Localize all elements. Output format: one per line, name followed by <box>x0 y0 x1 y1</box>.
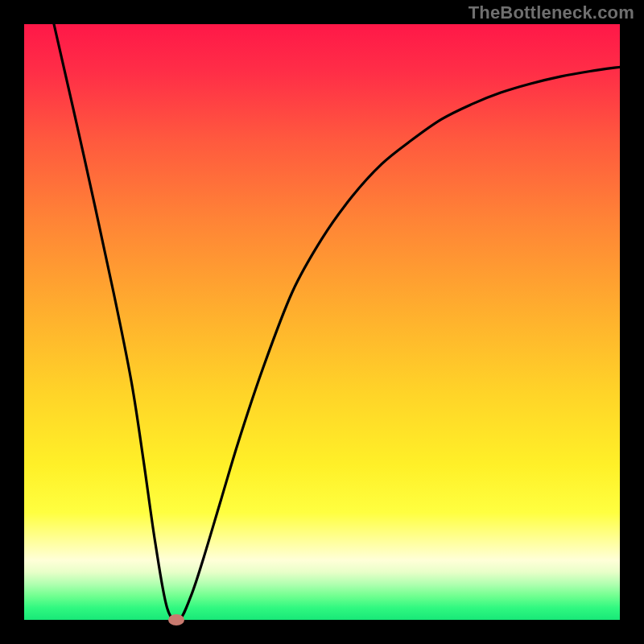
curve-svg <box>24 24 620 620</box>
chart-frame: { "watermark": "TheBottleneck.com", "col… <box>0 0 644 644</box>
plot-area <box>24 24 620 620</box>
watermark-text: TheBottleneck.com <box>469 2 634 23</box>
bottleneck-curve <box>54 24 620 620</box>
minimum-marker <box>168 614 184 625</box>
